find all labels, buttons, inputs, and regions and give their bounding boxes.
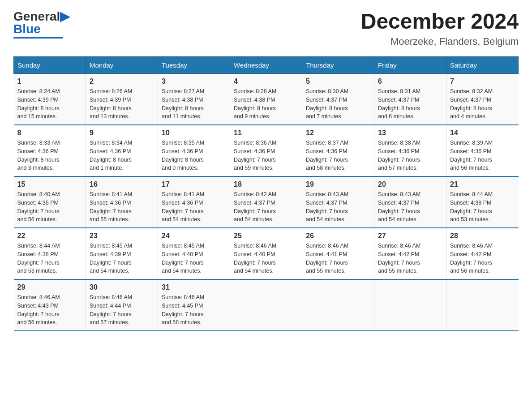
day-info: Sunrise: 8:35 AM Sunset: 4:36 PM Dayligh… xyxy=(162,139,226,172)
day-info: Sunrise: 8:38 AM Sunset: 4:36 PM Dayligh… xyxy=(378,139,442,172)
day-info: Sunrise: 8:46 AM Sunset: 4:42 PM Dayligh… xyxy=(378,242,442,275)
day-info: Sunrise: 8:37 AM Sunset: 4:36 PM Dayligh… xyxy=(306,139,370,172)
calendar-day-cell: 21Sunrise: 8:44 AM Sunset: 4:38 PM Dayli… xyxy=(446,176,519,228)
day-number: 25 xyxy=(234,232,298,240)
day-number: 19 xyxy=(306,180,370,188)
day-number: 30 xyxy=(90,283,154,291)
calendar-header-row: Sunday Monday Tuesday Wednesday Thursday… xyxy=(14,57,519,74)
page-title: December 2024 xyxy=(361,9,519,34)
calendar-day-cell: 6Sunrise: 8:31 AM Sunset: 4:37 PM Daylig… xyxy=(374,74,446,125)
day-info: Sunrise: 8:43 AM Sunset: 4:37 PM Dayligh… xyxy=(306,190,370,224)
calendar-day-cell: 9Sunrise: 8:34 AM Sunset: 4:36 PM Daylig… xyxy=(86,125,158,176)
day-info: Sunrise: 8:26 AM Sunset: 4:39 PM Dayligh… xyxy=(90,87,154,121)
calendar-day-cell: 3Sunrise: 8:27 AM Sunset: 4:38 PM Daylig… xyxy=(158,74,230,125)
calendar-day-cell: 2Sunrise: 8:26 AM Sunset: 4:39 PM Daylig… xyxy=(86,74,158,125)
day-info: Sunrise: 8:46 AM Sunset: 4:40 PM Dayligh… xyxy=(234,242,298,275)
col-thursday: Thursday xyxy=(302,57,374,74)
day-info: Sunrise: 8:31 AM Sunset: 4:37 PM Dayligh… xyxy=(378,87,442,121)
day-number: 2 xyxy=(90,77,154,86)
calendar-week-row: 22Sunrise: 8:44 AM Sunset: 4:38 PM Dayli… xyxy=(14,228,519,279)
calendar-day-cell: 17Sunrise: 8:41 AM Sunset: 4:36 PM Dayli… xyxy=(158,176,230,228)
day-info: Sunrise: 8:46 AM Sunset: 4:41 PM Dayligh… xyxy=(306,242,370,275)
day-number: 26 xyxy=(306,232,370,240)
day-number: 14 xyxy=(450,129,515,137)
day-info: Sunrise: 8:46 AM Sunset: 4:45 PM Dayligh… xyxy=(162,293,226,327)
day-number: 13 xyxy=(378,129,442,137)
col-sunday: Sunday xyxy=(14,57,86,74)
day-info: Sunrise: 8:39 AM Sunset: 4:36 PM Dayligh… xyxy=(450,139,515,172)
calendar-day-cell: 5Sunrise: 8:30 AM Sunset: 4:37 PM Daylig… xyxy=(302,74,374,125)
day-info: Sunrise: 8:36 AM Sunset: 4:36 PM Dayligh… xyxy=(234,139,298,172)
day-number: 28 xyxy=(450,232,515,240)
logo-underline xyxy=(13,37,63,39)
day-number: 3 xyxy=(162,77,226,86)
calendar-day-cell xyxy=(446,279,519,331)
calendar-day-cell xyxy=(302,279,374,331)
day-number: 20 xyxy=(378,180,442,188)
day-info: Sunrise: 8:43 AM Sunset: 4:37 PM Dayligh… xyxy=(378,190,442,224)
day-info: Sunrise: 8:33 AM Sunset: 4:36 PM Dayligh… xyxy=(17,139,82,172)
day-number: 10 xyxy=(162,129,226,137)
day-number: 15 xyxy=(17,180,82,188)
day-info: Sunrise: 8:44 AM Sunset: 4:38 PM Dayligh… xyxy=(17,242,82,275)
calendar-day-cell: 15Sunrise: 8:40 AM Sunset: 4:36 PM Dayli… xyxy=(14,176,86,228)
calendar-day-cell: 8Sunrise: 8:33 AM Sunset: 4:36 PM Daylig… xyxy=(14,125,86,176)
calendar-day-cell: 25Sunrise: 8:46 AM Sunset: 4:40 PM Dayli… xyxy=(230,228,302,279)
day-number: 12 xyxy=(306,129,370,137)
day-info: Sunrise: 8:41 AM Sunset: 4:36 PM Dayligh… xyxy=(162,190,226,224)
day-info: Sunrise: 8:46 AM Sunset: 4:44 PM Dayligh… xyxy=(90,293,154,327)
day-number: 1 xyxy=(17,77,82,86)
calendar-day-cell: 20Sunrise: 8:43 AM Sunset: 4:37 PM Dayli… xyxy=(374,176,446,228)
day-number: 4 xyxy=(234,77,298,86)
day-info: Sunrise: 8:28 AM Sunset: 4:38 PM Dayligh… xyxy=(234,87,298,121)
calendar-week-row: 29Sunrise: 8:46 AM Sunset: 4:43 PM Dayli… xyxy=(14,279,519,331)
day-info: Sunrise: 8:46 AM Sunset: 4:42 PM Dayligh… xyxy=(450,242,515,275)
calendar-day-cell: 27Sunrise: 8:46 AM Sunset: 4:42 PM Dayli… xyxy=(374,228,446,279)
calendar-day-cell: 19Sunrise: 8:43 AM Sunset: 4:37 PM Dayli… xyxy=(302,176,374,228)
day-info: Sunrise: 8:46 AM Sunset: 4:43 PM Dayligh… xyxy=(17,293,82,327)
calendar-day-cell: 14Sunrise: 8:39 AM Sunset: 4:36 PM Dayli… xyxy=(446,125,519,176)
day-number: 7 xyxy=(450,77,515,86)
calendar-day-cell: 31Sunrise: 8:46 AM Sunset: 4:45 PM Dayli… xyxy=(158,279,230,331)
calendar-day-cell: 29Sunrise: 8:46 AM Sunset: 4:43 PM Dayli… xyxy=(14,279,86,331)
day-info: Sunrise: 8:40 AM Sunset: 4:36 PM Dayligh… xyxy=(17,190,82,224)
day-info: Sunrise: 8:32 AM Sunset: 4:37 PM Dayligh… xyxy=(450,87,515,121)
day-number: 29 xyxy=(17,283,82,291)
logo-blue-text: Blue xyxy=(13,22,41,36)
day-number: 17 xyxy=(162,180,226,188)
day-number: 9 xyxy=(90,129,154,137)
day-info: Sunrise: 8:27 AM Sunset: 4:38 PM Dayligh… xyxy=(162,87,226,121)
calendar-day-cell xyxy=(374,279,446,331)
calendar-day-cell: 16Sunrise: 8:41 AM Sunset: 4:36 PM Dayli… xyxy=(86,176,158,228)
day-info: Sunrise: 8:42 AM Sunset: 4:37 PM Dayligh… xyxy=(234,190,298,224)
calendar-day-cell: 4Sunrise: 8:28 AM Sunset: 4:38 PM Daylig… xyxy=(230,74,302,125)
calendar-week-row: 15Sunrise: 8:40 AM Sunset: 4:36 PM Dayli… xyxy=(14,176,519,228)
page-header: General▶ Blue December 2024 Moerzeke, Fl… xyxy=(13,9,519,47)
calendar-day-cell: 28Sunrise: 8:46 AM Sunset: 4:42 PM Dayli… xyxy=(446,228,519,279)
day-number: 23 xyxy=(90,232,154,240)
col-wednesday: Wednesday xyxy=(230,57,302,74)
day-info: Sunrise: 8:44 AM Sunset: 4:38 PM Dayligh… xyxy=(450,190,515,224)
calendar-day-cell: 7Sunrise: 8:32 AM Sunset: 4:37 PM Daylig… xyxy=(446,74,519,125)
day-number: 27 xyxy=(378,232,442,240)
day-info: Sunrise: 8:45 AM Sunset: 4:40 PM Dayligh… xyxy=(162,242,226,275)
day-info: Sunrise: 8:34 AM Sunset: 4:36 PM Dayligh… xyxy=(90,139,154,172)
day-info: Sunrise: 8:30 AM Sunset: 4:37 PM Dayligh… xyxy=(306,87,370,121)
day-number: 8 xyxy=(17,129,82,137)
col-tuesday: Tuesday xyxy=(158,57,230,74)
col-monday: Monday xyxy=(86,57,158,74)
day-info: Sunrise: 8:24 AM Sunset: 4:39 PM Dayligh… xyxy=(17,87,82,121)
calendar-day-cell: 13Sunrise: 8:38 AM Sunset: 4:36 PM Dayli… xyxy=(374,125,446,176)
day-number: 5 xyxy=(306,77,370,86)
calendar-week-row: 8Sunrise: 8:33 AM Sunset: 4:36 PM Daylig… xyxy=(14,125,519,176)
calendar-day-cell xyxy=(230,279,302,331)
day-info: Sunrise: 8:41 AM Sunset: 4:36 PM Dayligh… xyxy=(90,190,154,224)
day-number: 24 xyxy=(162,232,226,240)
col-friday: Friday xyxy=(374,57,446,74)
title-area: December 2024 Moerzeke, Flanders, Belgiu… xyxy=(361,9,519,47)
calendar-day-cell: 11Sunrise: 8:36 AM Sunset: 4:36 PM Dayli… xyxy=(230,125,302,176)
day-number: 18 xyxy=(234,180,298,188)
calendar-day-cell: 1Sunrise: 8:24 AM Sunset: 4:39 PM Daylig… xyxy=(14,74,86,125)
calendar-week-row: 1Sunrise: 8:24 AM Sunset: 4:39 PM Daylig… xyxy=(14,74,519,125)
calendar-day-cell: 24Sunrise: 8:45 AM Sunset: 4:40 PM Dayli… xyxy=(158,228,230,279)
